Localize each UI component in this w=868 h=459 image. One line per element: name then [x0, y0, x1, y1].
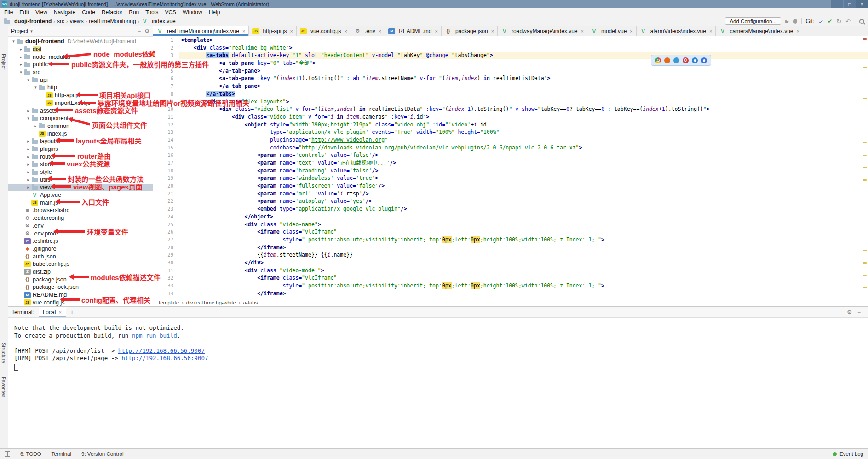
code-line-content[interactable]: type='application/x-vlc-plugin' events='…: [179, 128, 868, 136]
code-line-content[interactable]: <iframe class="vlcIframe": [179, 274, 868, 282]
menu-refactor[interactable]: Refactor: [98, 8, 126, 17]
menu-run[interactable]: Run: [126, 8, 142, 17]
code-line-content[interactable]: <div class="video-list" v-for="(item,ind…: [179, 105, 868, 113]
code-line-content[interactable]: </object>: [179, 213, 868, 221]
chevron-right-icon[interactable]: ▸: [25, 170, 31, 174]
close-icon[interactable]: ×: [491, 29, 494, 34]
tree-item-env[interactable]: ⚙.env: [8, 222, 153, 230]
close-icon[interactable]: ×: [581, 29, 584, 34]
code-line-content[interactable]: <object style="width:390px;height:219px"…: [179, 121, 868, 129]
add-configuration-button[interactable]: Add Configuration...: [725, 17, 781, 25]
chevron-right-icon[interactable]: ▸: [18, 47, 24, 52]
code-line-content[interactable]: <div class="realTime bg-white">: [179, 44, 868, 52]
code-line-content[interactable]: <param name='fullscreen' value='false'/>: [179, 182, 868, 190]
close-icon[interactable]: ×: [290, 29, 293, 34]
code-line-content[interactable]: </iframe>: [179, 290, 868, 298]
code-line[interactable]: 33 style=" position:absolute;visibility:…: [153, 282, 868, 290]
line-number[interactable]: 34: [153, 290, 179, 298]
code-line-content[interactable]: codebase="http://downloads.videolan.org/…: [179, 144, 868, 152]
line-number[interactable]: 13: [153, 128, 179, 136]
menu-vcs[interactable]: VCS: [161, 8, 179, 17]
line-number[interactable]: 20: [153, 182, 179, 190]
code-line-content[interactable]: <param name='controls' value='false'/>: [179, 151, 868, 159]
chevron-down-icon[interactable]: ▾: [30, 29, 33, 34]
chevron-right-icon[interactable]: ▸: [25, 178, 31, 182]
line-number[interactable]: 14: [153, 136, 179, 144]
error-stripe-scrollbar[interactable]: [862, 36, 868, 298]
terminal-tab-local[interactable]: Local ×: [39, 307, 66, 317]
code-line-content[interactable]: <div class="flex-layouts">: [179, 98, 868, 106]
chevron-right-icon[interactable]: ▸: [25, 147, 31, 151]
code-line-content[interactable]: <a-tab-pane :key="(index+1).toString()" …: [179, 75, 868, 82]
breadcrumb-item-realtimemonitoring[interactable]: realTimeMonitoring: [89, 18, 136, 24]
code-line[interactable]: 26 <iframe class="vlcIframe": [153, 228, 868, 236]
line-number[interactable]: 21: [153, 190, 179, 198]
code-line-content[interactable]: <embed type="application/x-google-vlc-pl…: [179, 205, 868, 213]
line-number[interactable]: 28: [153, 244, 179, 252]
terminal-output[interactable]: Note that the development build is not o…: [8, 318, 868, 373]
line-number[interactable]: 12: [153, 121, 179, 129]
code-line-content[interactable]: </iframe>: [179, 244, 868, 252]
line-number[interactable]: 3: [153, 52, 179, 59]
editor-tab-package-json[interactable]: {}package.json×: [442, 26, 498, 36]
code-line[interactable]: 10 <div class="video-list" v-for="(item,…: [153, 105, 868, 113]
code-line[interactable]: 31 <div class="video-model">: [153, 267, 868, 275]
editor-tab-model-vue[interactable]: Vmodel.vue×: [587, 26, 637, 36]
toolwindow-switcher-icon[interactable]: [5, 451, 10, 457]
code-line[interactable]: 1<template>: [153, 36, 868, 44]
line-number[interactable]: 17: [153, 159, 179, 167]
chevron-down-icon[interactable]: ▾: [11, 39, 17, 44]
editor-tab-env[interactable]: ⚙.env×: [351, 26, 385, 36]
menu-view[interactable]: View: [32, 8, 51, 17]
line-number[interactable]: 2: [153, 44, 179, 52]
editor-breadcrumb-div-realtime-bg-white[interactable]: div.realTime.bg-white: [186, 300, 236, 305]
tool-strip-project[interactable]: Project: [1, 54, 6, 69]
code-line-content[interactable]: </a-tab-pane>: [179, 82, 868, 90]
new-terminal-button[interactable]: +: [67, 309, 78, 316]
debug-icon[interactable]: [793, 19, 797, 24]
close-icon[interactable]: ×: [709, 29, 712, 34]
chevron-right-icon[interactable]: ▸: [33, 124, 39, 128]
editor-tab-vue-config-js[interactable]: JSvue.config.js×: [297, 26, 351, 36]
tree-item-main-js[interactable]: JSmain.js: [8, 199, 153, 207]
code-line-content[interactable]: pluginspage="http://www.videolan.org": [179, 136, 868, 144]
code-line-content[interactable]: style=" position:absolute;visibility:inh…: [179, 282, 868, 290]
editor-tab-http-api-js[interactable]: JShttp-api.js×: [249, 26, 296, 36]
menu-code[interactable]: Code: [79, 8, 98, 17]
minimize-button[interactable]: [831, 0, 843, 8]
git-commit-icon[interactable]: [828, 18, 832, 24]
code-line[interactable]: 20 <param name='fullscreen' value='false…: [153, 182, 868, 190]
close-icon[interactable]: ×: [796, 29, 799, 34]
menu-navigate[interactable]: Navigate: [51, 8, 79, 17]
editor-tab-roadwaymanage-index-vue[interactable]: VroadwayManage\index.vue×: [498, 26, 587, 36]
chevron-right-icon[interactable]: ▸: [25, 109, 31, 113]
code-line[interactable]: 6 <a-tab-pane :key="(index+1).toString()…: [153, 75, 868, 82]
safari-icon[interactable]: [673, 57, 679, 63]
editor-tab-readme-md[interactable]: MREADME.md×: [385, 26, 442, 36]
editor-breadcrumb-template[interactable]: template: [159, 300, 179, 305]
code-line-content[interactable]: <param name='mrl' :value='i.rtsp'/>: [179, 190, 868, 198]
close-icon[interactable]: ×: [345, 29, 347, 34]
code-line[interactable]: 16 <param name='controls' value='false'/…: [153, 151, 868, 159]
chevron-right-icon[interactable]: ▸: [25, 139, 31, 143]
opera-icon[interactable]: O: [683, 57, 689, 63]
line-number[interactable]: 22: [153, 197, 179, 205]
code-line-content[interactable]: <param name='windowless' value='true'>: [179, 174, 868, 182]
chevron-right-icon[interactable]: ▸: [25, 155, 31, 159]
code-line[interactable]: 13 type='application/x-vlc-plugin' event…: [153, 128, 868, 136]
close-button[interactable]: [856, 0, 868, 8]
close-icon[interactable]: ×: [242, 29, 245, 34]
tree-item-browserslistrc[interactable]: ≡.browserslistrc: [8, 207, 153, 214]
menu-tools[interactable]: Tools: [142, 8, 161, 17]
code-line[interactable]: 17 <param name='text' value='正在加载视频中...'…: [153, 159, 868, 167]
code-line[interactable]: 12 <object style="width:390px;height:219…: [153, 121, 868, 129]
git-update-icon[interactable]: [818, 18, 823, 25]
terminal-link[interactable]: http://192.168.66.56:9007: [121, 355, 208, 361]
code-line-content[interactable]: <div class="video-item" v-for="i in item…: [179, 113, 868, 121]
status-item-6-todo[interactable]: 6: TODO: [20, 451, 41, 457]
menu-edit[interactable]: Edit: [16, 8, 32, 17]
line-number[interactable]: 19: [153, 174, 179, 182]
code-line[interactable]: 19 <param name='windowless' value='true'…: [153, 174, 868, 182]
menu-file[interactable]: File: [1, 8, 16, 17]
code-line[interactable]: 14 pluginspage="http://www.videolan.org": [153, 136, 868, 144]
